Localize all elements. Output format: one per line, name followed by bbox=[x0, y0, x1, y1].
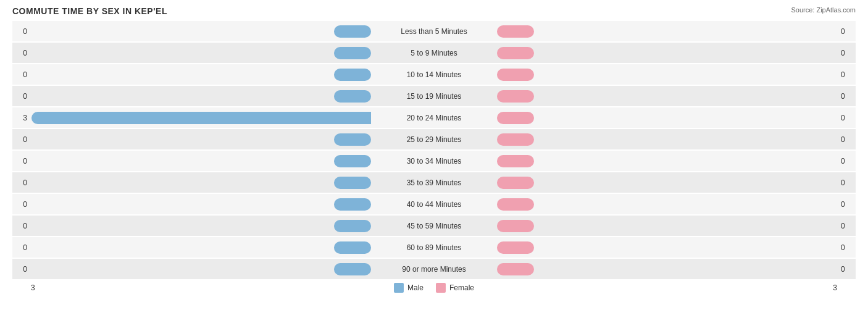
female-value: 0 bbox=[837, 157, 856, 166]
title-row: COMMUTE TIME BY SEX IN KEP'EL Source: Zi… bbox=[12, 6, 856, 16]
male-value: 0 bbox=[12, 178, 31, 187]
female-bar-section bbox=[496, 47, 837, 59]
female-bar-section bbox=[496, 69, 837, 81]
bar-row: 010 to 14 Minutes0 bbox=[12, 64, 856, 85]
bar-row: 015 to 19 Minutes0 bbox=[12, 86, 856, 106]
row-label: 30 to 34 Minutes bbox=[372, 157, 496, 166]
footer-row: 3 Male Female 3 bbox=[12, 283, 856, 293]
bar-row: 035 to 39 Minutes0 bbox=[12, 172, 856, 193]
male-bar-section bbox=[31, 25, 372, 38]
bar-row: 030 to 34 Minutes0 bbox=[12, 151, 856, 171]
bar-row: 320 to 24 Minutes0 bbox=[12, 107, 856, 128]
row-label: Less than 5 Minutes bbox=[372, 27, 496, 36]
row-label: 25 to 29 Minutes bbox=[372, 135, 496, 144]
male-bar bbox=[334, 198, 371, 211]
legend: Male Female bbox=[394, 283, 474, 293]
female-value: 0 bbox=[837, 114, 856, 122]
male-bar bbox=[334, 177, 371, 189]
chart-container: COMMUTE TIME BY SEX IN KEP'EL Source: Zi… bbox=[0, 0, 868, 323]
scale-left: 3 bbox=[31, 283, 35, 292]
female-bar bbox=[497, 47, 534, 59]
bar-row: 05 to 9 Minutes0 bbox=[12, 43, 856, 63]
bar-row: 045 to 59 Minutes0 bbox=[12, 216, 856, 236]
female-bar-section bbox=[496, 241, 837, 254]
male-value: 0 bbox=[12, 49, 31, 57]
male-bar bbox=[334, 263, 371, 275]
female-bar-section bbox=[496, 198, 837, 211]
female-bar bbox=[497, 220, 534, 232]
row-label: 90 or more Minutes bbox=[372, 265, 496, 274]
male-bar bbox=[334, 90, 371, 103]
row-label: 40 to 44 Minutes bbox=[372, 200, 496, 209]
female-value: 0 bbox=[837, 27, 856, 36]
male-bar-section bbox=[31, 47, 372, 59]
male-bar-section bbox=[31, 198, 372, 211]
male-value: 0 bbox=[12, 200, 31, 209]
male-bar bbox=[334, 69, 371, 81]
male-bar-section bbox=[31, 263, 372, 275]
female-bar-section bbox=[496, 263, 837, 275]
male-bar-section bbox=[31, 220, 372, 232]
scale-right: 3 bbox=[833, 283, 837, 292]
male-value: 0 bbox=[12, 135, 31, 144]
female-value: 0 bbox=[837, 135, 856, 144]
legend-male-label: Male bbox=[407, 283, 424, 292]
female-value: 0 bbox=[837, 49, 856, 57]
female-bar bbox=[497, 90, 534, 103]
legend-female: Female bbox=[436, 283, 474, 293]
legend-male: Male bbox=[394, 283, 424, 293]
bar-row: 040 to 44 Minutes0 bbox=[12, 194, 856, 214]
male-bar bbox=[334, 133, 371, 146]
male-bar-section bbox=[31, 241, 372, 254]
female-bar-section bbox=[496, 25, 837, 38]
male-value: 0 bbox=[12, 157, 31, 166]
female-value: 0 bbox=[837, 178, 856, 187]
female-bar bbox=[497, 112, 534, 124]
male-value: 0 bbox=[12, 243, 31, 252]
row-label: 10 to 14 Minutes bbox=[372, 70, 496, 79]
female-value: 0 bbox=[837, 243, 856, 252]
male-bar-section bbox=[31, 177, 372, 189]
row-label: 45 to 59 Minutes bbox=[372, 222, 496, 230]
male-value: 0 bbox=[12, 27, 31, 36]
female-bar-section bbox=[496, 90, 837, 103]
row-label: 20 to 24 Minutes bbox=[372, 114, 496, 122]
female-value: 0 bbox=[837, 265, 856, 274]
female-bar-section bbox=[496, 177, 837, 189]
male-value: 0 bbox=[12, 70, 31, 79]
male-value: 0 bbox=[12, 265, 31, 274]
legend-male-icon bbox=[394, 283, 404, 293]
male-value: 0 bbox=[12, 222, 31, 230]
row-label: 35 to 39 Minutes bbox=[372, 178, 496, 187]
male-bar-section bbox=[31, 133, 372, 146]
female-bar-section bbox=[496, 155, 837, 167]
source-text: Source: ZipAtlas.com bbox=[791, 6, 856, 14]
female-value: 0 bbox=[837, 200, 856, 209]
female-bar bbox=[497, 263, 534, 275]
male-bar bbox=[334, 47, 371, 59]
female-value: 0 bbox=[837, 70, 856, 79]
bar-row: 090 or more Minutes0 bbox=[12, 259, 856, 279]
legend-female-label: Female bbox=[449, 283, 474, 292]
chart-area: 0Less than 5 Minutes005 to 9 Minutes0010… bbox=[12, 21, 856, 279]
male-bar-section bbox=[31, 112, 372, 124]
male-bar bbox=[334, 220, 371, 232]
female-bar bbox=[497, 25, 534, 38]
row-label: 60 to 89 Minutes bbox=[372, 243, 496, 252]
female-value: 0 bbox=[837, 222, 856, 230]
bar-row: 0Less than 5 Minutes0 bbox=[12, 21, 856, 41]
male-bar-section bbox=[31, 155, 372, 167]
chart-title: COMMUTE TIME BY SEX IN KEP'EL bbox=[12, 6, 167, 16]
female-bar bbox=[497, 177, 534, 189]
male-value: 3 bbox=[12, 114, 31, 122]
female-bar bbox=[497, 241, 534, 254]
female-bar-section bbox=[496, 133, 837, 146]
male-bar bbox=[31, 112, 371, 124]
female-bar bbox=[497, 155, 534, 167]
legend-female-icon bbox=[436, 283, 446, 293]
row-label: 5 to 9 Minutes bbox=[372, 49, 496, 57]
male-bar-section bbox=[31, 90, 372, 103]
male-value: 0 bbox=[12, 92, 31, 101]
female-bar bbox=[497, 69, 534, 81]
female-bar-section bbox=[496, 112, 837, 124]
